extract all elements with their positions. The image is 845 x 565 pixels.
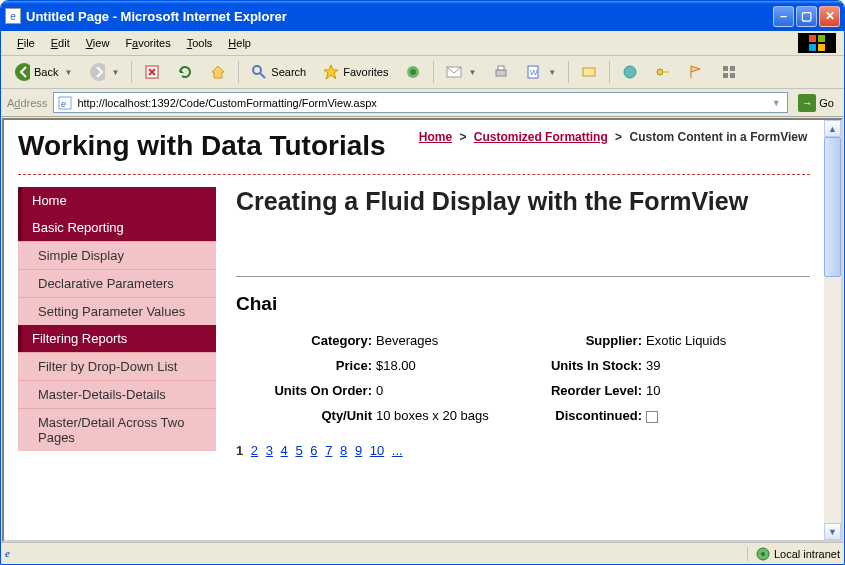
star-icon: [323, 64, 339, 80]
nav-setting-param-values[interactable]: Setting Parameter Values: [18, 297, 216, 325]
pager-link[interactable]: 10: [370, 443, 384, 458]
search-button[interactable]: Search: [244, 60, 313, 84]
svg-rect-23: [730, 73, 735, 78]
menubar: File Edit View Favorites Tools Help: [1, 31, 844, 56]
nav-declarative-params[interactable]: Declarative Parameters: [18, 269, 216, 297]
divider: [18, 174, 810, 175]
detail-grid: Category: Beverages Supplier: Exotic Liq…: [236, 333, 810, 423]
svg-rect-20: [723, 66, 728, 71]
key-icon: [655, 64, 671, 80]
favorites-button[interactable]: Favorites: [316, 60, 395, 84]
product-name: Chai: [236, 293, 810, 315]
tool-a-button[interactable]: [615, 60, 645, 84]
stop-icon: [144, 64, 160, 80]
titlebar[interactable]: e Untitled Page - Microsoft Internet Exp…: [1, 1, 844, 31]
refresh-icon: [177, 64, 193, 80]
scroll-down-button[interactable]: ▼: [824, 523, 841, 540]
minimize-button[interactable]: –: [773, 6, 794, 27]
menu-tools[interactable]: Tools: [179, 35, 221, 51]
browser-viewport: Working with Data Tutorials Home > Custo…: [2, 118, 843, 542]
addressbar: Address e http://localhost:1392/Code/Cus…: [1, 89, 844, 117]
mail-button[interactable]: ▼: [439, 60, 483, 84]
vertical-scrollbar[interactable]: ▲ ▼: [824, 120, 841, 540]
go-button[interactable]: → Go: [794, 92, 838, 114]
address-input[interactable]: e http://localhost:1392/Code/CustomForma…: [53, 92, 788, 113]
close-button[interactable]: ✕: [819, 6, 840, 27]
pager-link[interactable]: 2: [251, 443, 258, 458]
chevron-down-icon[interactable]: ▼: [548, 68, 556, 77]
reorder-level-label: Reorder Level:: [516, 383, 646, 398]
maximize-button[interactable]: ▢: [796, 6, 817, 27]
tool-c-button[interactable]: [681, 60, 711, 84]
pager: 1 2 3 4 5 6 7 8 9 10 ...: [236, 443, 810, 458]
breadcrumb-section-link[interactable]: Customized Formatting: [474, 130, 608, 144]
home-button[interactable]: [203, 60, 233, 84]
mail-icon: [446, 64, 462, 80]
discuss-button[interactable]: [574, 60, 604, 84]
menu-help[interactable]: Help: [220, 35, 259, 51]
scroll-thumb[interactable]: [824, 137, 841, 277]
go-label: Go: [819, 97, 834, 109]
pager-link[interactable]: 6: [310, 443, 317, 458]
chevron-down-icon[interactable]: ▼: [64, 68, 72, 77]
page-heading: Creating a Fluid Display with the FormVi…: [236, 187, 810, 216]
svg-point-7: [253, 66, 261, 74]
svg-rect-3: [818, 44, 825, 51]
supplier-value: Exotic Liquids: [646, 333, 746, 348]
pager-link[interactable]: 8: [340, 443, 347, 458]
category-value: Beverages: [376, 333, 516, 348]
units-in-stock-label: Units In Stock:: [516, 358, 646, 373]
pager-link[interactable]: 4: [281, 443, 288, 458]
breadcrumb: Home > Customized Formatting > Custom Co…: [419, 130, 808, 144]
svg-rect-22: [723, 73, 728, 78]
edit-button[interactable]: W▼: [519, 60, 563, 84]
reorder-level-value: 10: [646, 383, 746, 398]
nav-basic-reporting[interactable]: Basic Reporting: [18, 214, 216, 241]
pager-link[interactable]: 9: [355, 443, 362, 458]
print-icon: [493, 64, 509, 80]
pager-link[interactable]: 7: [325, 443, 332, 458]
refresh-button[interactable]: [170, 60, 200, 84]
chevron-down-icon[interactable]: ▼: [111, 68, 119, 77]
nav-filtering-reports[interactable]: Filtering Reports: [18, 325, 216, 352]
menu-favorites[interactable]: Favorites: [117, 35, 178, 51]
menu-view[interactable]: View: [78, 35, 118, 51]
svg-rect-19: [663, 71, 669, 73]
tool-d-button[interactable]: [714, 60, 744, 84]
discuss-icon: [581, 64, 597, 80]
address-dropdown-icon[interactable]: ▼: [768, 98, 784, 108]
grid-icon: [721, 64, 737, 80]
breadcrumb-home-link[interactable]: Home: [419, 130, 452, 144]
ie-page-icon: e: [5, 8, 21, 24]
nav-master-detail-two-pages[interactable]: Master/Detail Across Two Pages: [18, 408, 216, 451]
media-button[interactable]: [398, 60, 428, 84]
qty-unit-label: Qty/Unit: [236, 408, 376, 423]
chevron-down-icon[interactable]: ▼: [468, 68, 476, 77]
discontinued-checkbox[interactable]: [646, 411, 658, 423]
sidebar-nav: Home Basic Reporting Simple Display Decl…: [18, 187, 216, 458]
nav-simple-display[interactable]: Simple Display: [18, 241, 216, 269]
ie-done-icon: e: [5, 547, 19, 561]
stop-button[interactable]: [137, 60, 167, 84]
pager-more-link[interactable]: ...: [392, 443, 403, 458]
nav-master-details-details[interactable]: Master-Details-Details: [18, 380, 216, 408]
page-icon: e: [57, 95, 73, 111]
forward-button[interactable]: ▼: [82, 60, 126, 84]
nav-filter-dropdown[interactable]: Filter by Drop-Down List: [18, 352, 216, 380]
back-button[interactable]: Back ▼: [7, 60, 79, 84]
windows-logo-icon: [798, 33, 836, 53]
category-label: Category:: [236, 333, 376, 348]
pager-link[interactable]: 3: [266, 443, 273, 458]
svg-point-18: [657, 69, 663, 75]
qty-unit-value: 10 boxes x 20 bags: [376, 408, 516, 423]
tool-b-button[interactable]: [648, 60, 678, 84]
print-button[interactable]: [486, 60, 516, 84]
menu-edit[interactable]: Edit: [43, 35, 78, 51]
pager-link[interactable]: 5: [295, 443, 302, 458]
svg-text:W: W: [530, 68, 538, 77]
security-zone-label: Local intranet: [774, 548, 840, 560]
scroll-up-button[interactable]: ▲: [824, 120, 841, 137]
menu-file[interactable]: File: [9, 35, 43, 51]
nav-home[interactable]: Home: [18, 187, 216, 214]
units-on-order-value: 0: [376, 383, 516, 398]
